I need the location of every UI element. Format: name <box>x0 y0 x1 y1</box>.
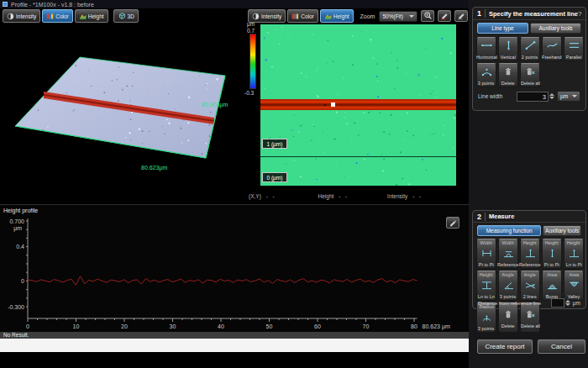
width-ref-icon <box>502 246 515 261</box>
tool-button-row: WidthPt to PtWidthReferenceHeightReferen… <box>476 239 585 269</box>
status-height-value: - - <box>339 193 347 199</box>
trash-icon <box>503 65 513 80</box>
button-label: Delete all <box>521 81 540 86</box>
height-profile-trace <box>28 276 417 286</box>
svg-text:50: 50 <box>266 323 273 329</box>
edit-annotation-button[interactable] <box>454 10 468 22</box>
distance-unit: μm <box>573 300 580 306</box>
panel2-title: Measure <box>489 213 581 220</box>
panel1-step: 1 <box>477 9 486 18</box>
button-label: 2 points <box>522 55 538 60</box>
panel1-title: Specify the measurement line <box>489 10 578 18</box>
line-width-label: Line width <box>478 93 502 99</box>
tab-line-type[interactable]: Line type <box>477 23 528 34</box>
map2d-canvas[interactable]: 1 (μm) 0 (μm) <box>260 24 456 186</box>
trash-all-icon <box>525 65 535 80</box>
colorbar-min: -0.3 <box>244 90 254 96</box>
height-lnln-icon <box>480 278 493 293</box>
width-reference-button[interactable]: WidthReference <box>498 239 518 269</box>
line-type-grid: HorizontalVertical2 pointsFreehandParall… <box>473 37 585 87</box>
pen-gray-icon <box>457 8 466 24</box>
tab-line-auxiliary-tools[interactable]: Auxiliary tools <box>530 23 581 34</box>
line-width-unit-select[interactable]: μm <box>557 91 580 102</box>
measurement-line-2d[interactable] <box>260 99 456 110</box>
height-ln-to-ln-button[interactable]: HeightLn to Ln <box>476 271 496 301</box>
line-width-unit: μm <box>560 93 568 99</box>
view-3d[interactable]: 80.604μm 80.623μm <box>0 24 246 203</box>
area-bump-button[interactable]: AreaBump <box>542 271 562 301</box>
distance-stepper[interactable] <box>565 300 570 306</box>
parallel-button[interactable]: Parallel <box>564 37 584 61</box>
3d-view-button[interactable]: 3D <box>113 9 139 23</box>
map2d-toolbar: IntensityColorHeightZoom50%(Fit) <box>248 9 468 23</box>
tab-measure-auxiliary-tools[interactable]: Auxiliary tools <box>543 225 581 236</box>
measure-line-marker[interactable] <box>331 103 335 107</box>
colorbar-unit: μm <box>247 21 255 27</box>
zoom-select[interactable]: 50%(Fit) <box>379 11 417 22</box>
window-title: Profile - *1M100x - v1.8 : before <box>11 2 94 8</box>
zoom-label: Zoom <box>360 13 375 19</box>
button-label: Color <box>55 13 69 19</box>
tab-measuring-function[interactable]: Measuring function <box>477 225 541 236</box>
zoom-tool-button[interactable] <box>421 10 434 22</box>
color-view-button[interactable]: Color <box>42 9 73 23</box>
status-intensity-value: - - <box>412 193 421 199</box>
intensity-icon <box>7 13 14 20</box>
panel-specify-line: 1 Specify the measurement line ? Line ty… <box>472 7 586 111</box>
width-ptpt-icon <box>480 246 493 261</box>
button-category-label: Width <box>480 240 492 245</box>
axis-depth-label: 80.623μm <box>141 165 167 171</box>
draw-annotation-button[interactable] <box>438 10 451 22</box>
height-ln-to-pt-button[interactable]: HeightLn to Pt <box>564 239 584 269</box>
results-empty-area <box>0 339 469 352</box>
horizontal-button[interactable]: Horizontal <box>476 37 496 61</box>
height-view-button[interactable]: Height <box>320 9 354 23</box>
vertical-button[interactable]: Vertical <box>498 37 518 61</box>
height-profile-plot: 0102030405060708080.623 μm0.7000.40-0.30… <box>0 216 469 330</box>
button-category-label: Angle <box>524 272 536 277</box>
tool-button-row: 3 pointsDeleteDelete all <box>476 63 585 87</box>
line-width-row: Line width 3 μm <box>478 91 580 102</box>
delete-all-button[interactable]: Delete all <box>520 63 540 87</box>
distance-input[interactable] <box>551 298 564 308</box>
area-valley-button[interactable]: AreaValley <box>564 271 584 301</box>
status-height-label: Height <box>318 193 334 199</box>
height-reference-button[interactable]: HeightReference <box>520 239 540 269</box>
create-report-button[interactable]: Create report <box>477 339 533 354</box>
freehand-button[interactable]: Freehand <box>542 37 562 61</box>
button-label: Delete all <box>521 323 540 329</box>
button-label: Ln to Pt <box>565 262 581 267</box>
tool-button-row: HorizontalVertical2 pointsFreehandParall… <box>476 37 585 61</box>
radius-3pt-icon <box>480 310 493 325</box>
button-category-label: Height <box>567 240 580 245</box>
angle-2-lines-button[interactable]: Angle2 lines <box>520 271 540 301</box>
app-icon <box>3 2 8 7</box>
button-label: Pt to Pt <box>544 262 559 267</box>
2-points-button[interactable]: 2 points <box>520 37 540 61</box>
view3d-toolbar: IntensityColorHeight3D <box>3 9 139 23</box>
height-view-button[interactable]: Height <box>75 9 108 23</box>
color-icon <box>291 13 299 20</box>
measure-grid: WidthPt to PtWidthReferenceHeightReferen… <box>473 239 585 333</box>
3-points-button[interactable]: 3 points <box>476 63 496 87</box>
cancel-button[interactable]: Cancel <box>538 339 585 354</box>
color-view-button[interactable]: Color <box>287 9 318 23</box>
svg-text:80: 80 <box>411 323 417 329</box>
help-icon[interactable]: ? <box>578 10 581 18</box>
chart-title: Height profile <box>3 208 38 213</box>
delete-button[interactable]: Delete <box>498 63 518 87</box>
svg-text:40: 40 <box>218 323 224 329</box>
distance-label: Distance from reference line <box>478 301 541 306</box>
width-pt-to-pt-button[interactable]: WidthPt to Pt <box>476 239 496 269</box>
svg-text:0.4: 0.4 <box>16 244 24 250</box>
height-pt-to-pt-button[interactable]: HeightPt to Pt <box>542 239 562 269</box>
intensity-view-button[interactable]: Intensity <box>3 9 40 23</box>
line-width-stepper[interactable] <box>549 93 554 99</box>
angle-3-points-button[interactable]: Angle3 points <box>498 271 518 301</box>
chevron-down-icon <box>409 15 414 18</box>
map-status-bar: (X,Y) - - Height - - Intensity - - <box>246 191 469 201</box>
line-vertical-icon <box>502 39 515 54</box>
button-label: Delete <box>501 81 515 86</box>
line-width-input[interactable]: 3 <box>517 92 549 102</box>
button-label: 3 points <box>478 81 494 86</box>
